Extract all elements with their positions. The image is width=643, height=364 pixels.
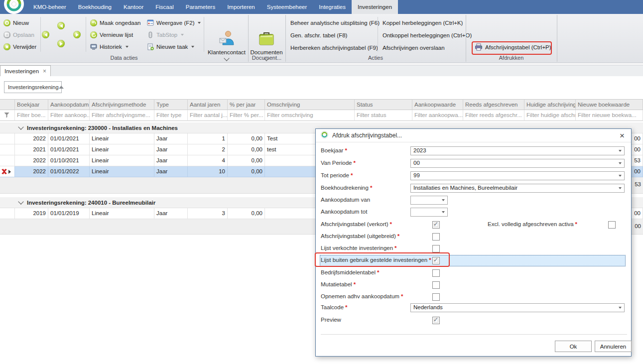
unlink-reinvestments-button[interactable]: Ontkoppel herbeleggingen (Ctrl+O) — [383, 32, 472, 38]
generate-depreciation-table-button[interactable]: Gen. afschr. tabel (F8) — [290, 32, 347, 38]
table-header-row: Boekjaar Aankoopdatum Afschrijvingsmetho… — [0, 99, 643, 110]
combo-arrow-icon — [442, 199, 445, 201]
excl-afgeschreven-checkbox[interactable] — [608, 221, 616, 229]
field-mutatietabel: Mutatietabel* — [316, 280, 631, 290]
van-periode-combo[interactable]: 00 — [410, 159, 625, 168]
tabel-uitgebreid-checkbox[interactable] — [432, 233, 440, 241]
group-by-button[interactable]: Investeringsrekening — [4, 81, 62, 93]
bedrijfsmiddelen-checkbox[interactable] — [432, 269, 440, 277]
header-boekjaar[interactable]: Boekjaar — [15, 99, 48, 110]
header-indicator — [0, 99, 15, 110]
manage-analytic-split-button[interactable]: Beheer analytische uitsplitsing (F6) — [290, 20, 380, 26]
refresh-list-button[interactable]: Vernieuw lijst — [90, 30, 133, 40]
record-prev-button[interactable] — [57, 22, 65, 29]
aankoopdatum-tot-combo[interactable] — [410, 208, 448, 217]
aankoopdatum-van-combo[interactable] — [410, 196, 448, 205]
group-label-afdrukken: Afdrukken — [466, 55, 557, 63]
menu-parameters[interactable]: Parameters — [180, 0, 221, 14]
header-nieuwe-boekwaarde[interactable]: Nieuwe boekwaarde — [576, 99, 643, 110]
header-aantal-jaren[interactable]: Aantal jaren — [188, 99, 228, 110]
menu-boekhouding[interactable]: Boekhouding — [72, 0, 118, 14]
mutatietabel-checkbox[interactable] — [432, 281, 440, 289]
field-tot-periode: Tot periode* 99 — [316, 171, 631, 181]
skip-depreciations-button[interactable]: Afschrijvingen overslaan — [383, 45, 445, 51]
header-omschrijving[interactable]: Omschrijving — [265, 99, 355, 110]
combo-arrow-icon — [619, 187, 622, 189]
record-next-button[interactable] — [57, 40, 65, 47]
history-button[interactable]: Historiek — [90, 42, 129, 52]
collapse-chevron-icon[interactable] — [18, 124, 23, 129]
field-boekjaar: Boekjaar* 2023 — [316, 146, 631, 156]
record-last-button[interactable] — [73, 31, 81, 38]
cancel-button[interactable]: Annuleren — [595, 341, 632, 352]
menu-importeren[interactable]: Importeren — [221, 0, 261, 14]
menu-kantoor[interactable]: Kantoor — [118, 0, 149, 14]
collapse-chevron-icon[interactable] — [18, 199, 23, 204]
filter-reeds-afgeschreven[interactable]: Filter reeds afgeschr... — [463, 110, 524, 121]
tabstop-button[interactable]: TabStop — [147, 30, 184, 40]
tabel-verkort-checkbox[interactable] — [432, 221, 440, 229]
delete-button[interactable]: Verwijder — [3, 42, 36, 52]
menu-kmo-beheer[interactable]: KMO-beheer — [27, 0, 72, 14]
tab-investeringen[interactable]: Investeringen × — [0, 65, 51, 77]
preview-checkbox[interactable] — [432, 317, 440, 324]
new-task-button[interactable]: Nieuwe taak — [147, 42, 194, 52]
menu-integraties[interactable]: Integraties — [313, 0, 352, 14]
header-status[interactable]: Status — [355, 99, 412, 110]
header-type[interactable]: Type — [154, 99, 188, 110]
filter-pct-per-jaar[interactable]: Filter % per... — [228, 110, 265, 121]
filter-aantal-jaren[interactable]: Filter aantal j... — [188, 110, 228, 121]
customer-contact-icon — [218, 30, 236, 48]
new-button[interactable]: Nieuw — [3, 18, 29, 28]
depreciation-table-print-button[interactable]: Afschrijvingstabel (Ctrl+P) — [475, 43, 551, 51]
combo-arrow-icon — [619, 307, 622, 309]
view-f2-button[interactable]: Weergave (F2) — [147, 18, 201, 28]
filter-icon-cell[interactable] — [0, 110, 15, 121]
history-icon — [90, 43, 97, 50]
header-aankoopdatum[interactable]: Aankoopdatum — [48, 99, 90, 110]
ok-button[interactable]: Ok — [555, 341, 592, 352]
menu-systeembeheer[interactable]: Systeembeheer — [261, 0, 313, 14]
taalcode-combo[interactable]: Nederlands — [410, 303, 625, 312]
buiten-gebruik-checkbox[interactable] — [432, 257, 440, 264]
menu-fiscaal[interactable]: Fiscaal — [149, 0, 179, 14]
current-row-arrow-icon — [8, 170, 11, 174]
document-tab-bar: Investeringen × — [0, 65, 643, 76]
header-reeds-afgeschreven[interactable]: Reeds afgeschreven — [463, 99, 524, 110]
filter-type[interactable]: Filter type — [154, 110, 188, 121]
view-dropdown-icon — [198, 22, 201, 24]
filter-nieuwe-boekwaarde[interactable]: Filter nieuwe boekwa... — [576, 110, 643, 121]
field-verkochte: Lijst verkochte investeringen* — [316, 244, 631, 254]
recalculate-depreciation-table-button[interactable]: Herbereken afschrijvingstabel (F9) — [290, 45, 378, 51]
filter-aankoopdatum[interactable]: Filter aankoop... — [48, 110, 90, 121]
header-pct-per-jaar[interactable]: % per jaar — [228, 99, 265, 110]
boekhoudrekening-combo[interactable]: Installaties en Machines, Bureelmeubilai… — [410, 184, 625, 193]
dialog-close-icon[interactable]: × — [618, 131, 626, 140]
verkochte-checkbox[interactable] — [432, 245, 440, 252]
field-aankoopdatum-tot: Aankoopdatum tot — [316, 208, 631, 218]
tot-periode-combo[interactable]: 99 — [410, 171, 625, 180]
header-aankoopwaarde[interactable]: Aankoopwaarde — [412, 99, 463, 110]
filter-huidige-afschrijving[interactable]: Filter huidige afschrijv... — [524, 110, 576, 121]
record-first-button[interactable] — [42, 31, 49, 38]
documents-icon — [257, 30, 276, 48]
filter-omschrijving[interactable]: Filter omschrijving — [265, 110, 355, 121]
header-huidige-afschrijving[interactable]: Huidige afschrijving — [524, 99, 576, 110]
header-afschrijvingsmethode[interactable]: Afschrijvingsmethode — [90, 99, 154, 110]
opnemen-adhv-checkbox[interactable] — [432, 293, 440, 301]
field-taalcode: Taalcode* Nederlands — [316, 303, 631, 313]
link-reinvestments-button[interactable]: Koppel herbeleggingen (Ctrl+K) — [383, 20, 463, 26]
dialog-separator — [321, 334, 627, 335]
dialog-title-bar[interactable]: Afdruk afschrijvingstabel... × — [316, 129, 631, 142]
dialog-logo-icon — [321, 131, 328, 140]
save-button[interactable]: Opslaan — [3, 30, 34, 40]
filter-status[interactable]: Filter status — [355, 110, 412, 121]
filter-boekjaar[interactable]: Filter boe... — [15, 110, 48, 121]
menu-investeringen-active[interactable]: Investeringen — [352, 0, 398, 14]
undo-button[interactable]: Maak ongedaan — [90, 18, 140, 28]
tab-close-icon[interactable]: × — [43, 68, 46, 75]
new-task-dropdown-icon — [191, 46, 194, 48]
filter-aankoopwaarde[interactable]: Filter aankoopwa... — [412, 110, 463, 121]
filter-afschrijvingsmethode[interactable]: Filter afschrijvingsme... — [90, 110, 154, 121]
boekjaar-combo[interactable]: 2023 — [410, 146, 625, 155]
